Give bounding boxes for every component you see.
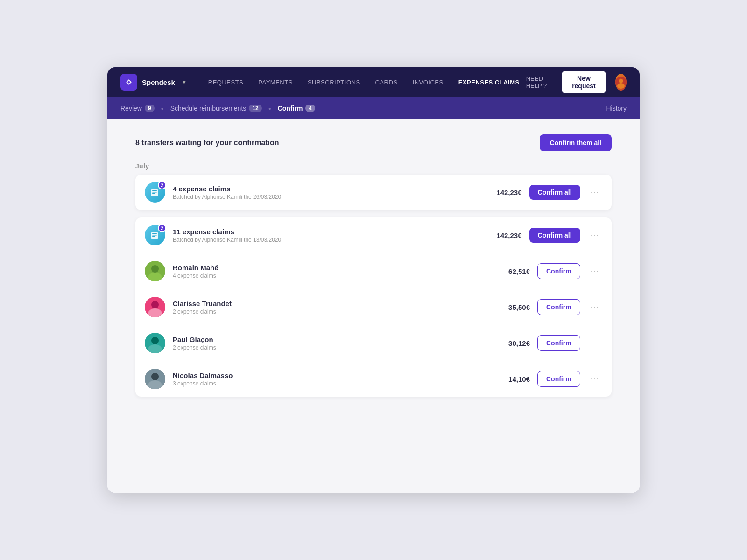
confirm-all-btn-1[interactable]: Confirm all	[529, 185, 580, 200]
person-row-2-amount: 30,12€	[493, 339, 530, 347]
group-card-2: 2 11 expense claims Batched by Alphonse …	[135, 217, 612, 397]
nav-subscriptions[interactable]: SUBSCRIPTIONS	[301, 75, 367, 90]
brand-name: Spendesk	[142, 78, 175, 86]
brand-dropdown-icon[interactable]: ▼	[182, 79, 187, 85]
person-row-1-info: Clarisse Truandet 2 expense claims	[173, 300, 485, 315]
batch-row-1: 2 4 expense claims Batched by Alphonse K…	[135, 175, 612, 210]
avatar-nicolas	[145, 369, 165, 389]
person-row-2-info: Paul Glaçon 2 expense claims	[173, 336, 485, 351]
sub-nav-review-badge: 9	[145, 105, 155, 112]
confirm-them-all-button[interactable]: Confirm them all	[540, 134, 612, 151]
user-avatar[interactable]	[615, 74, 627, 91]
page-header: 8 transfers waiting for your confirmatio…	[135, 134, 612, 151]
more-menu-btn-romain[interactable]: ···	[588, 265, 602, 277]
person-row-0-name: Romain Mahé	[173, 264, 485, 272]
confirm-btn-paul[interactable]: Confirm	[537, 335, 580, 351]
batch-row-2-title: 11 expense claims	[173, 228, 477, 236]
person-row-1: Clarisse Truandet 2 expense claims 35,50…	[135, 289, 612, 325]
batch-row-1-info: 4 expense claims Batched by Alphonse Kam…	[173, 185, 477, 200]
avatar-paul	[145, 333, 165, 353]
batch-row-1-subtitle: Batched by Alphonse Kamili the 26/03/202…	[173, 194, 477, 200]
history-link[interactable]: History	[606, 105, 627, 112]
nav-right: NEED HELP ? New request	[526, 71, 627, 93]
more-menu-btn-paul[interactable]: ···	[588, 337, 602, 349]
more-menu-btn-2[interactable]: ···	[588, 229, 602, 241]
confirm-all-btn-2[interactable]: Confirm all	[529, 228, 580, 243]
person-row-0-amount: 62,51€	[493, 267, 530, 275]
confirm-btn-romain[interactable]: Confirm	[537, 263, 580, 279]
batch-count-badge-2: 2	[158, 224, 166, 232]
avatar-clarisse	[145, 297, 165, 317]
nav-links: REQUESTS PAYMENTS SUBSCRIPTIONS CARDS IN…	[202, 75, 526, 90]
svg-rect-5	[152, 192, 157, 193]
person-row-3-amount: 14,10€	[493, 375, 530, 383]
confirm-btn-clarisse[interactable]: Confirm	[537, 299, 580, 315]
nav-cards[interactable]: CARDS	[369, 75, 404, 90]
sub-nav-schedule-label: Schedule reimbursements	[170, 105, 247, 112]
batch-count-badge-1: 2	[158, 181, 166, 189]
group-card-1: 2 4 expense claims Batched by Alphonse K…	[135, 175, 612, 210]
svg-point-12	[151, 265, 159, 273]
sub-nav-schedule-badge: 12	[249, 105, 261, 112]
sub-nav-confirm-label: Confirm	[278, 105, 303, 112]
more-menu-btn-clarisse[interactable]: ···	[588, 301, 602, 313]
batch-icon-wrap-2: 2	[145, 225, 165, 245]
svg-rect-7	[151, 232, 158, 239]
svg-point-1	[619, 79, 623, 83]
nav-invoices[interactable]: INVOICES	[406, 75, 450, 90]
need-help-link[interactable]: NEED HELP ?	[526, 75, 552, 89]
person-row-0: Romain Mahé 4 expense claims 62,51€ Conf…	[135, 253, 612, 289]
svg-rect-6	[152, 193, 155, 194]
more-menu-btn-1[interactable]: ···	[588, 186, 602, 198]
sub-nav-confirm[interactable]: Confirm 4	[278, 102, 315, 115]
batch-row-2: 2 11 expense claims Batched by Alphonse …	[135, 217, 612, 253]
person-row-3-sub: 3 expense claims	[173, 380, 485, 387]
batch-row-2-amount: 142,23€	[485, 231, 522, 239]
person-row-0-sub: 4 expense claims	[173, 273, 485, 279]
batch-row-1-title: 4 expense claims	[173, 185, 477, 193]
sub-nav-schedule[interactable]: Schedule reimbursements 12	[170, 102, 262, 115]
month-label: July	[135, 162, 612, 170]
batch-row-2-subtitle: Batched by Alphonse Kamili the 13/03/202…	[173, 237, 477, 243]
sub-nav-confirm-badge: 4	[305, 105, 315, 112]
main-content: 8 transfers waiting for your confirmatio…	[107, 119, 640, 493]
person-row-3-info: Nicolas Dalmasso 3 expense claims	[173, 371, 485, 387]
more-menu-btn-nicolas[interactable]: ···	[588, 373, 602, 385]
logo-icon	[120, 74, 137, 91]
svg-point-2	[617, 83, 625, 89]
person-row-1-sub: 2 expense claims	[173, 308, 485, 315]
person-row-1-name: Clarisse Truandet	[173, 300, 485, 308]
nav-expenses-claims[interactable]: EXPENSES CLAIMS	[452, 75, 526, 90]
confirm-btn-nicolas[interactable]: Confirm	[537, 371, 580, 387]
nav-requests[interactable]: REQUESTS	[202, 75, 250, 90]
new-request-button[interactable]: New request	[562, 71, 606, 93]
logo-area: Spendesk ▼	[120, 74, 187, 91]
sub-nav-dot-2: ●	[268, 106, 271, 111]
transfers-text: 8 transfers waiting for your confirmatio…	[135, 139, 279, 147]
sub-nav-review[interactable]: Review 9	[120, 102, 155, 115]
svg-rect-3	[151, 189, 158, 196]
batch-row-2-info: 11 expense claims Batched by Alphonse Ka…	[173, 228, 477, 243]
person-row-3-name: Nicolas Dalmasso	[173, 371, 485, 379]
person-row-2-name: Paul Glaçon	[173, 336, 485, 343]
person-row-3: Nicolas Dalmasso 3 expense claims 14,10€…	[135, 361, 612, 397]
avatar-romain	[145, 261, 165, 281]
app-window: Spendesk ▼ REQUESTS PAYMENTS SUBSCRIPTIO…	[107, 67, 640, 493]
svg-point-18	[151, 337, 159, 344]
nav-payments[interactable]: PAYMENTS	[252, 75, 299, 90]
batch-row-1-amount: 142,23€	[485, 189, 522, 196]
batch-icon-wrap-1: 2	[145, 182, 165, 203]
svg-point-15	[151, 301, 159, 308]
sub-nav-dot-1: ●	[161, 106, 164, 111]
person-row-1-amount: 35,50€	[493, 303, 530, 311]
person-row-2-sub: 2 expense claims	[173, 344, 485, 351]
sub-nav-review-label: Review	[120, 105, 142, 112]
top-nav: Spendesk ▼ REQUESTS PAYMENTS SUBSCRIPTIO…	[107, 67, 640, 97]
sub-nav: Review 9 ● Schedule reimbursements 12 ● …	[107, 97, 640, 119]
person-row-2: Paul Glaçon 2 expense claims 30,12€ Conf…	[135, 325, 612, 361]
person-row-0-info: Romain Mahé 4 expense claims	[173, 264, 485, 279]
svg-point-21	[151, 373, 159, 380]
svg-rect-10	[152, 236, 155, 237]
svg-rect-9	[152, 235, 157, 236]
svg-rect-4	[152, 190, 157, 191]
